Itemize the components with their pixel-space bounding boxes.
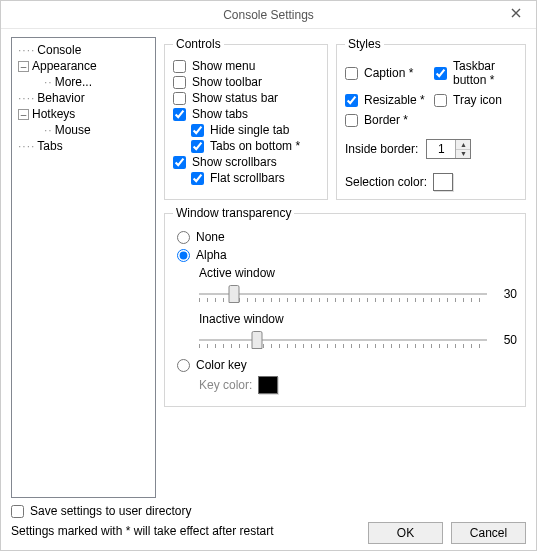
show-menu-checkbox[interactable]: [173, 60, 186, 73]
tree-item-mouse[interactable]: ··Mouse: [16, 122, 151, 138]
footer: Save settings to user directory Settings…: [11, 504, 526, 544]
controls-group: Controls Show menu Show toolbar Show sta…: [164, 37, 328, 200]
inactive-window-label: Inactive window: [199, 312, 517, 326]
slider-thumb[interactable]: [228, 285, 239, 303]
save-user-dir-checkbox[interactable]: [11, 505, 24, 518]
tree-leader: ··: [44, 74, 53, 90]
inactive-window-slider[interactable]: [199, 330, 487, 350]
tree-label: Tabs: [37, 139, 62, 153]
taskbar-checkbox[interactable]: [434, 67, 447, 80]
tree-leader: ····: [18, 138, 35, 154]
keycolor-swatch: [258, 376, 278, 394]
trans-colorkey-radio[interactable]: [177, 359, 190, 372]
tree-item-appearance[interactable]: –Appearance: [16, 58, 151, 74]
expander-icon[interactable]: –: [18, 109, 29, 120]
show-toolbar-label: Show toolbar: [192, 75, 262, 89]
trans-colorkey-label: Color key: [196, 358, 247, 372]
inside-border-input[interactable]: [427, 140, 455, 158]
selection-color-label: Selection color:: [345, 175, 427, 189]
hide-single-tab-checkbox[interactable]: [191, 124, 204, 137]
save-user-dir-label: Save settings to user directory: [30, 504, 191, 518]
slider-ticks: [199, 344, 487, 348]
active-window-value: 30: [497, 287, 517, 301]
slider-thumb[interactable]: [251, 331, 262, 349]
close-icon: [511, 8, 521, 18]
show-tabs-label: Show tabs: [192, 107, 248, 121]
expander-icon[interactable]: –: [18, 61, 29, 72]
slider-ticks: [199, 298, 487, 302]
titlebar: Console Settings: [1, 1, 536, 29]
flat-scrollbars-checkbox[interactable]: [191, 172, 204, 185]
trans-alpha-label: Alpha: [196, 248, 227, 262]
main-row: ····Console –Appearance ··More... ····Be…: [11, 37, 526, 498]
close-button[interactable]: [496, 1, 536, 25]
show-status-checkbox[interactable]: [173, 92, 186, 105]
slider-track: [199, 293, 487, 295]
ok-button[interactable]: OK: [368, 522, 443, 544]
show-toolbar-checkbox[interactable]: [173, 76, 186, 89]
trans-alpha-radio[interactable]: [177, 249, 190, 262]
settings-panel: Controls Show menu Show toolbar Show sta…: [164, 37, 526, 498]
tree-label: Console: [37, 43, 81, 57]
flat-scrollbars-label: Flat scrollbars: [210, 171, 285, 185]
styles-legend: Styles: [345, 37, 384, 51]
border-checkbox[interactable]: [345, 114, 358, 127]
tabs-bottom-checkbox[interactable]: [191, 140, 204, 153]
tree-item-more[interactable]: ··More...: [16, 74, 151, 90]
nav-tree[interactable]: ····Console –Appearance ··More... ····Be…: [11, 37, 156, 498]
tabs-bottom-label: Tabs on bottom *: [210, 139, 300, 153]
tree-item-console[interactable]: ····Console: [16, 42, 151, 58]
resizable-label: Resizable *: [364, 93, 425, 107]
show-menu-label: Show menu: [192, 59, 255, 73]
spinner-down-icon[interactable]: ▼: [456, 150, 470, 159]
styles-group: Styles Caption * Taskbar button * Resiza…: [336, 37, 526, 200]
transparency-group: Window transparency None Alpha Active wi…: [164, 206, 526, 407]
show-scrollbars-label: Show scrollbars: [192, 155, 277, 169]
tray-label: Tray icon: [453, 93, 502, 107]
controls-legend: Controls: [173, 37, 224, 51]
show-scrollbars-checkbox[interactable]: [173, 156, 186, 169]
inside-border-spinner[interactable]: ▲ ▼: [426, 139, 471, 159]
inactive-window-value: 50: [497, 333, 517, 347]
trans-none-radio[interactable]: [177, 231, 190, 244]
tree-leader: ····: [18, 90, 35, 106]
tree-label: Mouse: [55, 123, 91, 137]
border-label: Border *: [364, 113, 408, 127]
dialog-body: ····Console –Appearance ··More... ····Be…: [1, 29, 536, 550]
show-tabs-checkbox[interactable]: [173, 108, 186, 121]
tree-label: Appearance: [32, 59, 97, 73]
tray-checkbox[interactable]: [434, 94, 447, 107]
tree-label: More...: [55, 75, 92, 89]
keycolor-label: Key color:: [199, 378, 252, 392]
taskbar-label: Taskbar button *: [453, 59, 517, 87]
active-window-slider[interactable]: [199, 284, 487, 304]
caption-label: Caption *: [364, 66, 413, 80]
tree-item-behavior[interactable]: ····Behavior: [16, 90, 151, 106]
slider-track: [199, 339, 487, 341]
caption-checkbox[interactable]: [345, 67, 358, 80]
selection-color-swatch[interactable]: [433, 173, 453, 191]
dialog: Console Settings ····Console –Appearance…: [0, 0, 537, 551]
transparency-legend: Window transparency: [173, 206, 294, 220]
resizable-checkbox[interactable]: [345, 94, 358, 107]
tree-leader: ····: [18, 42, 35, 58]
spinner-up-icon[interactable]: ▲: [456, 140, 470, 150]
cancel-button[interactable]: Cancel: [451, 522, 526, 544]
active-window-label: Active window: [199, 266, 517, 280]
tree-label: Hotkeys: [32, 107, 75, 121]
trans-none-label: None: [196, 230, 225, 244]
dialog-title: Console Settings: [223, 8, 314, 22]
inside-border-label: Inside border:: [345, 142, 418, 156]
tree-label: Behavior: [37, 91, 84, 105]
tree-item-hotkeys[interactable]: –Hotkeys: [16, 106, 151, 122]
show-status-label: Show status bar: [192, 91, 278, 105]
hide-single-tab-label: Hide single tab: [210, 123, 289, 137]
tree-item-tabs[interactable]: ····Tabs: [16, 138, 151, 154]
top-groups-row: Controls Show menu Show toolbar Show sta…: [164, 37, 526, 200]
tree-leader: ··: [44, 122, 53, 138]
